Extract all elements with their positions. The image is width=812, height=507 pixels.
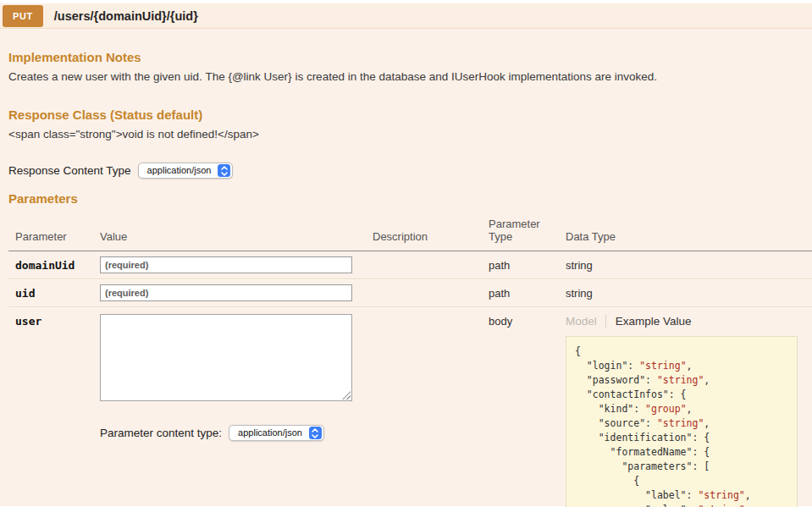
response-content-type-select[interactable]: application/json <box>138 163 234 179</box>
param-data-type: string <box>566 287 593 300</box>
table-row: user Parameter content type: application… <box>8 307 812 507</box>
table-header-row: Parameter Value Description Parameter Ty… <box>8 209 812 251</box>
column-header-description: Description <box>373 209 489 251</box>
column-header-data-type: Data Type <box>566 209 812 251</box>
operation-header: PUT /users/{domainUid}/{uid} <box>0 3 812 29</box>
column-header-parameter-type: Parameter Type <box>489 209 566 251</box>
domainuid-value-input[interactable] <box>100 256 352 273</box>
select-stepper-icon <box>218 164 230 177</box>
table-row: uid path string <box>8 279 812 307</box>
http-method-badge[interactable]: PUT <box>3 5 43 27</box>
param-name-uid: uid <box>15 287 35 300</box>
operation-path-link[interactable]: /users/{domainUid}/{uid} <box>54 9 198 23</box>
parameters-table: Parameter Value Description Parameter Ty… <box>8 209 812 507</box>
param-type: body <box>489 315 512 328</box>
parameters-heading: Parameters <box>8 191 812 206</box>
tab-example-value[interactable]: Example Value <box>606 315 692 328</box>
column-header-value: Value <box>100 209 373 251</box>
parameter-content-type-label: Parameter content type: <box>100 427 222 439</box>
tab-model[interactable]: Model <box>566 315 606 328</box>
response-content-type-label: Response Content Type <box>8 164 131 177</box>
response-class-text: <span class="strong">void is not defined… <box>8 128 812 141</box>
response-content-type-row: Response Content Type application/json <box>8 163 812 179</box>
param-type: path <box>489 287 510 300</box>
user-body-textarea[interactable] <box>100 314 352 401</box>
select-value: application/json <box>238 427 302 439</box>
select-stepper-icon <box>309 427 322 439</box>
param-name-domainuid: domainUid <box>15 259 75 272</box>
param-data-type: string <box>566 259 593 272</box>
param-type: path <box>489 259 510 272</box>
select-value: application/json <box>147 164 212 177</box>
parameter-content-type-row: Parameter content type: application/json <box>100 425 373 441</box>
response-class-heading: Response Class (Status default) <box>8 107 812 122</box>
implementation-notes-heading: Implementation Notes <box>8 50 812 64</box>
operation-content: Implementation Notes Creates a new user … <box>0 29 812 506</box>
example-value-code[interactable]: { "login": "string", "password": "string… <box>566 336 798 507</box>
uid-value-input[interactable] <box>100 284 352 301</box>
model-tabs: Model Example Value <box>566 315 812 328</box>
implementation-notes-text: Creates a new user with the given uid. T… <box>8 70 812 83</box>
table-row: domainUid path string <box>8 251 812 279</box>
param-name-user: user <box>15 315 41 328</box>
parameter-content-type-select[interactable]: application/json <box>229 425 324 441</box>
swagger-operation-panel: PUT /users/{domainUid}/{uid} Implementat… <box>0 3 812 507</box>
column-header-parameter: Parameter <box>8 209 100 251</box>
